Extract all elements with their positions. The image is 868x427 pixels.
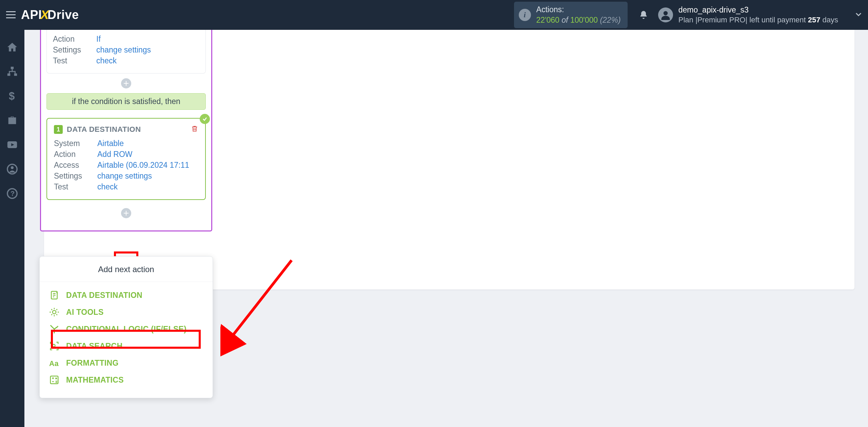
bell-button[interactable] [637, 8, 650, 21]
svg-rect-5 [7, 74, 10, 76]
clipboard-icon [49, 290, 59, 300]
popover-item-label: CONDITIONAL LOGIC (IF/ELSE) [66, 325, 186, 334]
dest-system-v[interactable]: Airtable [97, 139, 124, 148]
svg-text:Aa: Aa [49, 360, 59, 368]
trash-icon [191, 125, 198, 133]
popover-item-label: AI TOOLS [66, 308, 104, 317]
plus-icon [124, 211, 129, 216]
youtube-icon [6, 139, 18, 150]
dest-number: 1 [54, 125, 63, 134]
avatar[interactable] [658, 7, 673, 22]
popover-title: Add next action [40, 265, 213, 274]
popover-item-label: MATHEMATICS [66, 375, 124, 385]
popover-item-conditional-logic[interactable]: CONDITIONAL LOGIC (IF/ELSE) [46, 321, 206, 338]
popover-item-data-search[interactable]: DATA SEARCH [46, 338, 206, 354]
actions-label: Actions: [536, 4, 621, 15]
dest-access-v[interactable]: Airtable (06.09.2024 17:11 [97, 161, 189, 170]
popover-item-mathematics[interactable]: MATHEMATICS [46, 371, 206, 388]
user-circle-icon [6, 163, 18, 175]
text-aa-icon: Aa [49, 358, 59, 368]
popover-item-label: FORMATTING [66, 359, 119, 368]
svg-rect-6 [14, 74, 17, 76]
user-plan: Plan |Premium PRO| left until payment 25… [678, 15, 838, 25]
settings-v[interactable]: change settings [96, 45, 151, 55]
info-icon: i [519, 9, 531, 21]
dest-settings-k: Settings [54, 171, 97, 181]
dest-action-v[interactable]: Add ROW [97, 150, 133, 159]
actions-pill[interactable]: i Actions: 22'060 of 100'000 (22%) [514, 2, 628, 28]
dest-access-k: Access [54, 161, 97, 170]
top-bar: API X Drive i Actions: 22'060 of 100'000… [0, 0, 868, 30]
sidebar: $ ? [0, 30, 24, 427]
dest-system-k: System [54, 139, 97, 148]
action-v[interactable]: If [96, 35, 101, 44]
sidebar-profile[interactable] [6, 163, 18, 175]
logo-part-api: API [21, 8, 42, 22]
dest-title: DATA DESTINATION [67, 125, 141, 134]
dest-test-v[interactable]: check [97, 182, 118, 191]
plan-prefix: Plan |Premium PRO| left until payment [678, 16, 808, 24]
svg-point-11 [11, 166, 14, 169]
actions-limit: 100'000 [570, 16, 598, 24]
add-step-button-1[interactable] [121, 78, 131, 88]
home-icon [6, 41, 18, 53]
actions-pct: (22%) [600, 16, 620, 24]
popover-item-ai-tools[interactable]: AI TOOLS [46, 304, 206, 321]
plan-days-suffix: days [820, 16, 838, 24]
test-v[interactable]: check [96, 56, 117, 65]
user-name: demo_apix-drive_s3 [678, 5, 838, 15]
action-k: Action [53, 35, 96, 44]
dest-action-k: Action [54, 150, 97, 159]
scan-search-icon [49, 341, 59, 351]
logo-part-drive: Drive [47, 8, 79, 22]
math-icon [49, 375, 59, 385]
svg-text:?: ? [11, 190, 15, 197]
tree-icon [6, 66, 18, 77]
check-icon [202, 116, 208, 122]
data-destination-card: 1 DATA DESTINATION SystemAirtable Action… [46, 118, 206, 200]
conditional-block: ActionIf Settingschange settings Testche… [40, 30, 212, 231]
person-icon [660, 10, 671, 20]
condition-action-card: ActionIf Settingschange settings Testche… [46, 30, 206, 74]
help-icon: ? [6, 188, 18, 199]
actions-text: Actions: 22'060 of 100'000 (22%) [536, 4, 621, 25]
svg-rect-1 [6, 14, 16, 15]
branch-icon [49, 324, 59, 334]
svg-point-16 [53, 310, 56, 314]
sidebar-video[interactable] [6, 139, 18, 150]
briefcase-icon [6, 115, 18, 126]
chevron-down-icon [854, 10, 863, 18]
sidebar-briefcase[interactable] [6, 115, 18, 126]
popover-item-formatting[interactable]: Aa FORMATTING [46, 354, 206, 371]
user-block[interactable]: demo_apix-drive_s3 Plan |Premium PRO| le… [678, 5, 838, 25]
hamburger-menu[interactable] [3, 7, 19, 23]
actions-of: of [561, 16, 568, 24]
plan-days: 257 [808, 16, 821, 24]
hamburger-icon [6, 11, 16, 19]
condition-satisfied-banner: if the condition is satisfied, then [46, 93, 206, 110]
delete-destination-button[interactable] [191, 125, 198, 134]
actions-used: 22'060 [536, 16, 559, 24]
plus-icon [124, 81, 129, 86]
gear-brain-icon [49, 307, 59, 317]
add-step-button-2[interactable] [121, 208, 131, 218]
status-check-badge [200, 114, 210, 124]
svg-text:$: $ [9, 90, 15, 102]
popover-item-data-destination[interactable]: DATA DESTINATION [46, 287, 206, 304]
sidebar-flows[interactable] [6, 66, 18, 77]
content-area: ActionIf Settingschange settings Testche… [24, 30, 868, 427]
popover-item-label: DATA DESTINATION [66, 291, 142, 300]
svg-point-17 [53, 344, 55, 347]
popover-item-label: DATA SEARCH [66, 342, 122, 351]
dollar-icon: $ [6, 90, 18, 102]
test-k: Test [53, 56, 96, 65]
svg-point-3 [664, 11, 668, 16]
sidebar-billing[interactable]: $ [6, 90, 18, 102]
add-action-popover: Add next action DATA DESTINATION AI TOOL… [39, 256, 213, 398]
sidebar-help[interactable]: ? [6, 188, 18, 199]
logo[interactable]: API X Drive [21, 8, 79, 22]
dest-test-k: Test [54, 182, 97, 191]
user-menu-toggle[interactable] [854, 10, 863, 20]
sidebar-home[interactable] [6, 41, 18, 53]
dest-settings-v[interactable]: change settings [97, 171, 152, 181]
